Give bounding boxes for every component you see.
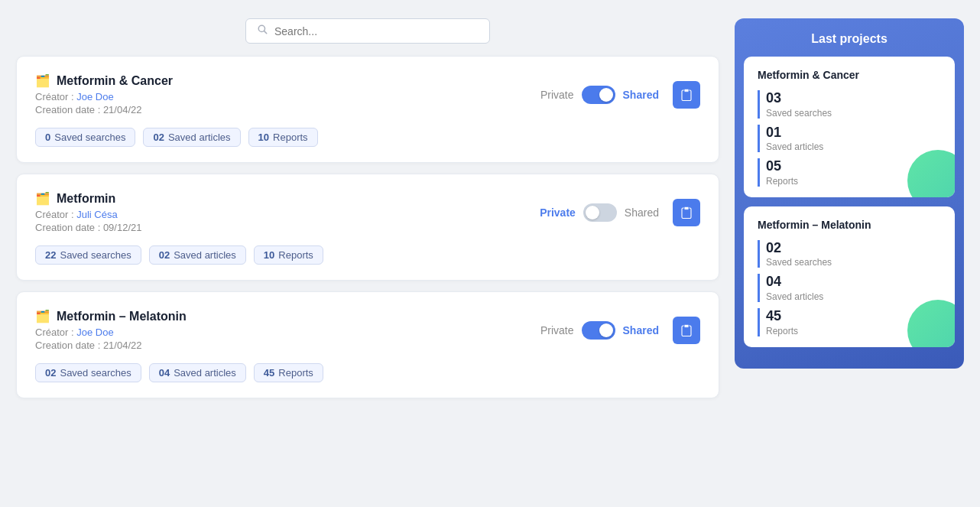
project-controls: Private Shared <box>540 81 700 109</box>
sidebar-stat-number: 05 <box>766 158 798 175</box>
project-creator: Créator : Joe Doe <box>35 91 540 102</box>
sidebar-stat-label: Saved searches <box>766 257 832 268</box>
tag-count: 0 <box>45 132 50 143</box>
project-tag: 02 Saved articles <box>149 245 246 265</box>
project-header: 🗂️ Metformin – Melatonin Créator : Joe D… <box>35 309 700 351</box>
sidebar-project-card: Metformin & Cancer 03 Saved searches 01 … <box>744 57 955 197</box>
shared-toggle[interactable] <box>582 86 615 104</box>
clipboard-button[interactable] <box>673 317 700 344</box>
toggle-group: Private Shared <box>540 203 659 222</box>
search-bar-wrapper <box>16 18 719 44</box>
tag-count: 02 <box>159 249 170 261</box>
tag-label: Saved searches <box>60 249 131 261</box>
toggle-thumb <box>586 206 599 219</box>
toggle-thumb <box>599 323 613 337</box>
project-tags: 22 Saved searches 02 Saved articles 10 R… <box>35 245 700 265</box>
project-tags: 02 Saved searches 04 Saved articles 45 R… <box>35 363 700 382</box>
sidebar-stat: 05 Reports <box>758 158 941 187</box>
tag-label: Saved articles <box>174 249 236 261</box>
toggle-thumb <box>599 88 613 102</box>
tag-label: Reports <box>278 249 313 261</box>
folder-icon: 🗂️ <box>35 191 50 206</box>
project-tag: 02 Saved articles <box>143 128 240 147</box>
search-icon <box>257 24 268 38</box>
svg-rect-3 <box>684 89 689 92</box>
sidebar-stat-inner: 04 Saved articles <box>766 274 823 302</box>
search-input[interactable] <box>274 25 479 37</box>
project-controls: Private Shared <box>540 317 700 344</box>
project-creator: Créator : Joe Doe <box>35 327 540 338</box>
project-header: 🗂️ Metformin & Cancer Créator : Joe Doe … <box>35 73 700 115</box>
sidebar-project-title: Metformin & Cancer <box>758 69 941 81</box>
project-tag: 45 Reports <box>254 363 323 382</box>
project-tag: 10 Reports <box>254 245 323 265</box>
project-title: 🗂️ Metformin <box>35 191 540 206</box>
tag-label: Reports <box>273 132 308 143</box>
main-content: 🗂️ Metformin & Cancer Créator : Joe Doe … <box>16 18 719 409</box>
sidebar-stat-label: Saved searches <box>766 108 832 119</box>
sidebar-stat-number: 45 <box>766 308 798 325</box>
tag-count: 10 <box>264 249 274 261</box>
project-tags: 0 Saved searches 02 Saved articles 10 Re… <box>35 128 700 147</box>
tag-count: 02 <box>153 132 164 143</box>
project-controls: Private Shared <box>540 199 700 226</box>
clipboard-button[interactable] <box>673 199 700 226</box>
project-date: Creation date : 21/04/22 <box>35 104 540 115</box>
search-bar <box>245 18 490 44</box>
svg-line-1 <box>264 31 266 33</box>
sidebar-stat: 03 Saved searches <box>758 90 941 119</box>
sidebar-stat-label: Saved articles <box>766 291 823 302</box>
tag-count: 04 <box>159 367 170 379</box>
last-projects-panel: Last projects Metformin & Cancer 03 Save… <box>735 18 964 369</box>
clipboard-button[interactable] <box>673 81 700 109</box>
toggle-group: Private Shared <box>540 86 659 104</box>
project-tag: 0 Saved searches <box>35 128 135 147</box>
sidebar-project-card: Metformin – Melatonin 02 Saved searches … <box>744 206 955 347</box>
shared-toggle[interactable] <box>582 321 615 340</box>
project-date: Creation date : 21/04/22 <box>35 340 540 351</box>
project-card: 🗂️ Metformin & Cancer Créator : Joe Doe … <box>16 56 719 163</box>
project-title-section: 🗂️ Metformin Créator : Juli Césa Creatio… <box>35 191 540 233</box>
sidebar-stat-number: 01 <box>766 125 823 141</box>
sidebar-stat-label: Saved articles <box>766 141 823 152</box>
private-label: Private <box>540 324 574 336</box>
sidebar-stat-inner: 45 Reports <box>766 308 798 336</box>
tag-label: Saved searches <box>60 367 131 379</box>
project-list: 🗂️ Metformin & Cancer Créator : Joe Doe … <box>16 56 719 409</box>
sidebar-stat: 04 Saved articles <box>758 274 941 302</box>
tag-label: Saved searches <box>54 132 125 143</box>
project-title-section: 🗂️ Metformin – Melatonin Créator : Joe D… <box>35 309 540 351</box>
tag-label: Saved articles <box>174 367 236 379</box>
project-header: 🗂️ Metformin Créator : Juli Césa Creatio… <box>35 191 700 233</box>
tag-label: Saved articles <box>168 132 231 143</box>
sidebar-stat-label: Reports <box>766 176 798 187</box>
shared-label: Shared <box>625 206 659 219</box>
creator-link[interactable]: Joe Doe <box>76 91 113 102</box>
sidebar-stat-number: 02 <box>766 240 832 257</box>
private-label: Private <box>540 206 576 219</box>
project-title-section: 🗂️ Metformin & Cancer Créator : Joe Doe … <box>35 73 540 115</box>
project-tag: 22 Saved searches <box>35 245 141 265</box>
sidebar-stat-inner: 05 Reports <box>766 158 798 187</box>
folder-icon: 🗂️ <box>35 73 50 88</box>
tag-count: 02 <box>45 367 56 379</box>
page-wrapper: 🗂️ Metformin & Cancer Créator : Joe Doe … <box>16 18 964 409</box>
sidebar-stat-number: 03 <box>766 90 832 107</box>
sidebar-cards: Metformin & Cancer 03 Saved searches 01 … <box>735 57 964 347</box>
folder-icon: 🗂️ <box>35 309 50 323</box>
sidebar-stat-inner: 02 Saved searches <box>766 240 832 268</box>
tag-count: 22 <box>45 249 56 261</box>
tag-count: 45 <box>264 367 274 379</box>
creator-link[interactable]: Juli Césa <box>76 209 117 220</box>
sidebar: Last projects Metformin & Cancer 03 Save… <box>735 18 964 409</box>
project-tag: 04 Saved articles <box>149 363 246 382</box>
creator-link[interactable]: Joe Doe <box>76 327 113 338</box>
project-tag: 10 Reports <box>248 128 318 147</box>
project-title: 🗂️ Metformin & Cancer <box>35 73 540 88</box>
sidebar-stat-inner: 03 Saved searches <box>766 90 832 119</box>
project-creator: Créator : Juli Césa <box>35 209 540 220</box>
shared-toggle[interactable] <box>583 203 617 222</box>
sidebar-stat-number: 04 <box>766 274 823 291</box>
svg-rect-8 <box>684 206 689 210</box>
shared-label: Shared <box>623 89 659 101</box>
